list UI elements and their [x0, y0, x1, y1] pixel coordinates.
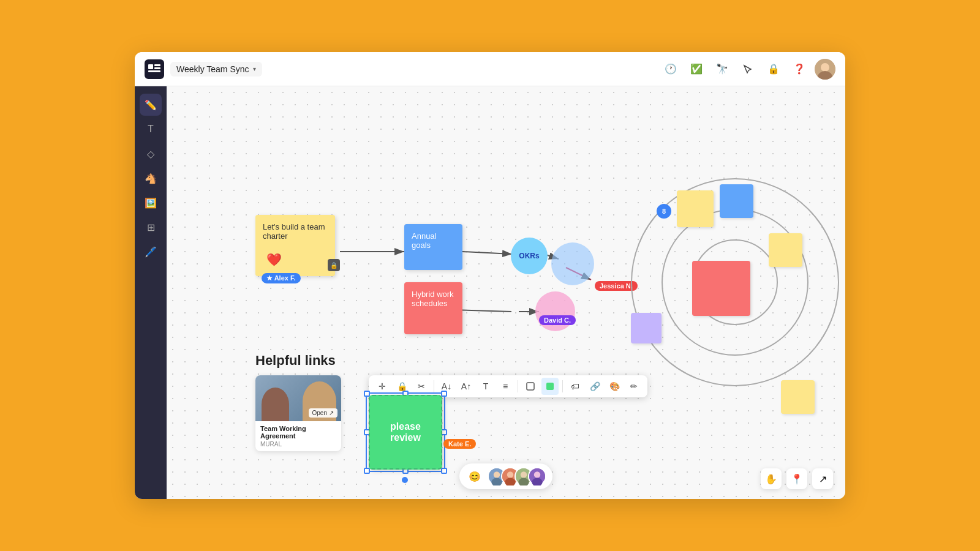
svg-rect-15	[527, 383, 534, 390]
toolbar-font-down-icon[interactable]: A↓	[438, 378, 455, 395]
toolbar-lock-icon[interactable]: 🔒	[393, 378, 410, 395]
share-btn[interactable]: ↗	[812, 468, 833, 489]
num-badge-8: 8	[657, 204, 671, 219]
chevron-down-icon: ▾	[253, 66, 256, 72]
sticky-review-text: please review	[380, 421, 431, 443]
toolbar-divider-2	[518, 380, 518, 392]
binoculars-icon-btn[interactable]: 🔭	[712, 59, 733, 80]
svg-rect-16	[546, 383, 554, 390]
concentric-sticky-6[interactable]	[781, 380, 815, 414]
bottom-toolbar: 😊	[459, 463, 552, 489]
svg-rect-2	[154, 67, 160, 69]
sticky-hybrid-text: Hybrid work schedules	[412, 290, 454, 308]
header-left: Weekly Team Sync ▾	[145, 59, 262, 79]
svg-point-21	[507, 471, 513, 478]
sidebar-sticker-tool[interactable]: 🐴	[140, 167, 162, 189]
toolbar-font-up-icon[interactable]: A↑	[458, 378, 475, 395]
pink-circle[interactable]	[535, 291, 575, 331]
svg-point-5	[821, 63, 829, 72]
sticky-please-review[interactable]: please review	[369, 395, 442, 470]
element-toolbar: ✛ 🔒 ✂ A↓ A↑ T ≡ 🏷 🔗 🎨 ✏	[369, 375, 647, 397]
okrs-label: OKRs	[519, 252, 539, 260]
link-card-team-agreement[interactable]: Open ↗ Team Working Agreement MURAL	[255, 375, 341, 451]
bottom-right-tools: ✋ 📍 ↗	[761, 468, 833, 489]
toolbar-border-icon[interactable]	[522, 378, 539, 395]
toolbar-text-icon[interactable]: T	[477, 378, 494, 395]
toolbar-tag-icon[interactable]: 🏷	[567, 378, 584, 395]
svg-line-9	[462, 252, 512, 254]
sidebar-pen-tool[interactable]: ✏️	[140, 94, 162, 116]
concentric-sticky-4[interactable]	[631, 313, 662, 343]
concentric-sticky-1[interactable]	[677, 190, 714, 227]
toolbar-fill-icon[interactable]	[541, 378, 559, 395]
handle-bl[interactable]	[364, 468, 370, 474]
concentric-diagram: 8	[619, 172, 845, 497]
link-card-person2	[262, 388, 289, 421]
lock-icon-btn[interactable]: 🔒	[763, 59, 784, 80]
collaborator-avatars	[488, 467, 546, 485]
sidebar-text-tool[interactable]: T	[140, 118, 162, 140]
sticky-team-charter[interactable]: Let's build a team charter 🔒 ❤️ ★ Alex F…	[255, 215, 335, 276]
main-content: ✏️ T ◇ 🐴 🖼️ ⊞ 🖊️	[135, 86, 845, 499]
sidebar-shapes-tool[interactable]: ◇	[140, 143, 162, 165]
workspace-title-text: Weekly Team Sync	[176, 64, 249, 74]
svg-rect-3	[148, 70, 160, 72]
toolbar-align-icon[interactable]: ≡	[497, 378, 514, 395]
toolbar-cut-icon[interactable]: ✂	[413, 378, 430, 395]
emoji-button[interactable]: 😊	[466, 467, 484, 485]
sticky-goals-text: Annual goals	[412, 231, 436, 250]
left-sidebar: ✏️ T ◇ 🐴 🖼️ ⊞ 🖊️	[135, 86, 167, 499]
alex-tag: ★ Alex F.	[262, 273, 301, 283]
david-tag: David C.	[539, 315, 576, 325]
helpful-links-title: Helpful links	[255, 353, 336, 369]
sticky-annual-goals[interactable]: Annual goals	[404, 224, 462, 270]
avatar-4[interactable]	[528, 467, 546, 485]
sticky-hybrid-work[interactable]: Hybrid work schedules	[404, 282, 462, 334]
toolbar-divider-3	[562, 380, 563, 392]
sidebar-image-tool[interactable]: 🖼️	[140, 192, 162, 214]
svg-point-24	[521, 471, 527, 478]
cursor-icon-btn[interactable]	[737, 59, 758, 80]
link-card-source: MURAL	[260, 441, 336, 448]
concentric-sticky-5[interactable]	[692, 261, 750, 316]
app-window: Weekly Team Sync ▾ 🕐 ✅ 🔭 🔒 ❓ ✏️ T ◇ 🐴 🖼	[135, 52, 845, 499]
svg-point-27	[534, 471, 540, 478]
toolbar-link-icon[interactable]: 🔗	[586, 378, 603, 395]
svg-point-18	[494, 471, 500, 478]
hand-tool-btn[interactable]: ✋	[761, 468, 782, 489]
help-icon-btn[interactable]: ❓	[789, 59, 810, 80]
header: Weekly Team Sync ▾ 🕐 ✅ 🔭 🔒 ❓	[135, 52, 845, 86]
logo-icon	[145, 59, 164, 79]
person-pin-btn[interactable]: 📍	[786, 468, 807, 489]
open-button[interactable]: Open ↗	[309, 408, 337, 418]
rotate-handle[interactable]	[402, 477, 408, 483]
sidebar-grid-tool[interactable]: ⊞	[140, 216, 162, 238]
svg-rect-0	[148, 64, 153, 69]
okrs-circle[interactable]: OKRs	[511, 238, 548, 274]
sticky-team-charter-text: Let's build a team charter	[263, 222, 325, 241]
handle-br[interactable]	[441, 468, 447, 474]
lock-badge-icon: 🔒	[328, 259, 340, 271]
link-card-body: Team Working Agreement MURAL	[255, 421, 341, 451]
heart-icon: ❤️	[266, 252, 282, 267]
external-link-icon: ↗	[329, 410, 334, 416]
toolbar-divider-1	[434, 380, 434, 392]
link-card-title: Team Working Agreement	[260, 425, 336, 440]
sidebar-draw-tool[interactable]: 🖊️	[140, 241, 162, 263]
clock-icon-btn[interactable]: 🕐	[660, 59, 681, 80]
check-icon-btn[interactable]: ✅	[686, 59, 707, 80]
link-card-image: Open ↗	[255, 375, 341, 421]
header-right: 🕐 ✅ 🔭 🔒 ❓	[660, 59, 835, 80]
canvas[interactable]: Let's build a team charter 🔒 ❤️ ★ Alex F…	[167, 86, 845, 499]
toolbar-move-icon[interactable]: ✛	[374, 378, 391, 395]
svg-rect-1	[154, 64, 160, 66]
concentric-sticky-2[interactable]	[720, 184, 753, 218]
user-avatar[interactable]	[815, 59, 835, 80]
big-blue-circle[interactable]	[551, 242, 594, 285]
kate-tag: Kate E.	[443, 439, 476, 449]
workspace-title[interactable]: Weekly Team Sync ▾	[170, 62, 262, 77]
concentric-sticky-3[interactable]	[769, 233, 802, 267]
